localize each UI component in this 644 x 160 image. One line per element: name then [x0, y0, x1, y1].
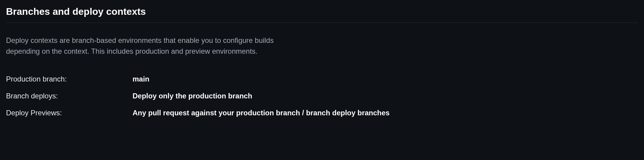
section-divider	[6, 23, 638, 23]
setting-value-branch-deploys: Deploy only the production branch	[133, 92, 252, 100]
setting-label-deploy-previews: Deploy Previews:	[6, 109, 133, 117]
setting-value-deploy-previews: Any pull request against your production…	[133, 109, 389, 117]
setting-value-production-branch: main	[133, 75, 149, 83]
setting-label-branch-deploys: Branch deploys:	[6, 92, 133, 100]
setting-row-deploy-previews: Deploy Previews: Any pull request agains…	[6, 109, 638, 117]
section-description: Deploy contexts are branch-based environ…	[6, 35, 277, 57]
section-title: Branches and deploy contexts	[6, 6, 638, 23]
setting-label-production-branch: Production branch:	[6, 75, 133, 83]
setting-row-branch-deploys: Branch deploys: Deploy only the producti…	[6, 92, 638, 100]
setting-row-production-branch: Production branch: main	[6, 75, 638, 83]
